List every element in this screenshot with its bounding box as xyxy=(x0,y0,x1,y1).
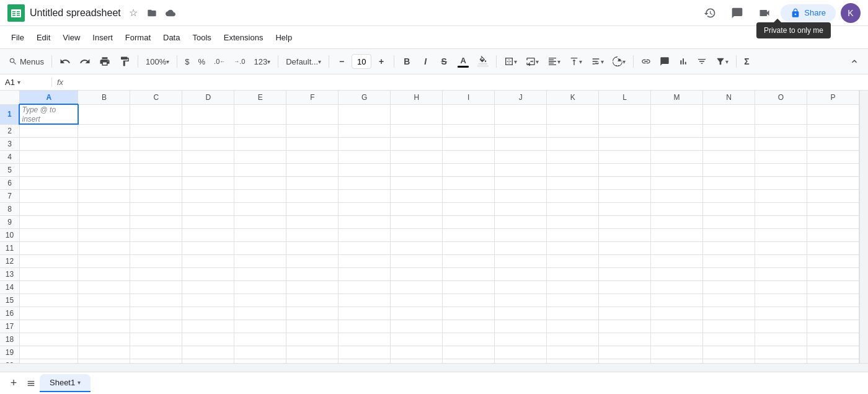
cell-P1[interactable] xyxy=(807,104,859,124)
cell-B16[interactable] xyxy=(78,307,130,320)
cell-N3[interactable] xyxy=(703,137,755,150)
menu-tools[interactable]: Tools xyxy=(186,30,217,45)
cell-J15[interactable] xyxy=(495,293,547,307)
redo-button[interactable] xyxy=(76,53,94,70)
cell-G5[interactable] xyxy=(339,163,391,176)
cell-F4[interactable] xyxy=(286,150,339,163)
cell-D13[interactable] xyxy=(182,267,234,280)
cell-C7[interactable] xyxy=(130,189,182,202)
cell-O8[interactable] xyxy=(755,202,807,215)
col-header-E[interactable]: E xyxy=(234,91,286,104)
cell-I6[interactable] xyxy=(443,176,495,189)
cell-D2[interactable] xyxy=(182,124,234,137)
cell-G12[interactable] xyxy=(339,254,391,267)
cell-G15[interactable] xyxy=(339,293,391,307)
cell-O18[interactable] xyxy=(755,333,807,346)
cell-P18[interactable] xyxy=(807,333,859,346)
cell-L10[interactable] xyxy=(599,228,651,241)
cell-H13[interactable] xyxy=(391,267,443,280)
link-button[interactable] xyxy=(637,53,655,70)
cell-E8[interactable] xyxy=(234,202,286,215)
cell-J16[interactable] xyxy=(495,307,547,320)
cell-G7[interactable] xyxy=(339,189,391,202)
cell-A14[interactable] xyxy=(19,280,78,293)
add-sheet-button[interactable]: + xyxy=(5,375,22,392)
cell-N13[interactable] xyxy=(703,267,755,280)
cell-O7[interactable] xyxy=(755,189,807,202)
cell-A2[interactable] xyxy=(19,124,78,137)
cell-O2[interactable] xyxy=(755,124,807,137)
cell-D5[interactable] xyxy=(182,163,234,176)
cell-C10[interactable] xyxy=(130,228,182,241)
undo-button[interactable] xyxy=(56,53,74,70)
cell-G20[interactable] xyxy=(339,359,391,363)
cell-G14[interactable] xyxy=(339,280,391,293)
cell-E2[interactable] xyxy=(234,124,286,137)
cell-B8[interactable] xyxy=(78,202,130,215)
print-button[interactable] xyxy=(95,53,114,70)
cell-L19[interactable] xyxy=(599,346,651,359)
cell-B4[interactable] xyxy=(78,150,130,163)
cell-D17[interactable] xyxy=(182,320,234,333)
cell-H2[interactable] xyxy=(391,124,443,137)
cell-F11[interactable] xyxy=(286,241,339,254)
col-header-H[interactable]: H xyxy=(391,91,443,104)
cell-G19[interactable] xyxy=(339,346,391,359)
history-icon[interactable] xyxy=(699,2,721,24)
cell-F6[interactable] xyxy=(286,176,339,189)
cell-G3[interactable] xyxy=(339,137,391,150)
borders-button[interactable]: ▾ xyxy=(500,53,521,70)
cell-C16[interactable] xyxy=(130,307,182,320)
cell-reference[interactable]: A1 ▾ xyxy=(2,78,52,87)
merge-button[interactable]: ▾ xyxy=(522,53,542,70)
cell-I15[interactable] xyxy=(443,293,495,307)
bold-button[interactable]: B xyxy=(398,53,415,70)
cell-N11[interactable] xyxy=(703,241,755,254)
cell-J1[interactable] xyxy=(495,104,547,124)
cell-C18[interactable] xyxy=(130,333,182,346)
cell-F18[interactable] xyxy=(286,333,339,346)
cell-O10[interactable] xyxy=(755,228,807,241)
cell-F8[interactable] xyxy=(286,202,339,215)
col-header-B[interactable]: B xyxy=(78,91,130,104)
cell-H16[interactable] xyxy=(391,307,443,320)
cell-G2[interactable] xyxy=(339,124,391,137)
cell-K5[interactable] xyxy=(547,163,599,176)
cell-A1[interactable]: Type @ to insert xyxy=(19,104,78,124)
cell-C5[interactable] xyxy=(130,163,182,176)
cell-B17[interactable] xyxy=(78,320,130,333)
cell-B7[interactable] xyxy=(78,189,130,202)
cell-J18[interactable] xyxy=(495,333,547,346)
cell-A16[interactable] xyxy=(19,307,78,320)
move-icon[interactable] xyxy=(144,6,159,20)
cell-L1[interactable] xyxy=(599,104,651,124)
cell-O13[interactable] xyxy=(755,267,807,280)
menu-extensions[interactable]: Extensions xyxy=(218,30,270,45)
cell-D11[interactable] xyxy=(182,241,234,254)
cell-G4[interactable] xyxy=(339,150,391,163)
cell-L5[interactable] xyxy=(599,163,651,176)
cell-M5[interactable] xyxy=(651,163,703,176)
cell-O5[interactable] xyxy=(755,163,807,176)
cell-I19[interactable] xyxy=(443,346,495,359)
cell-L4[interactable] xyxy=(599,150,651,163)
cell-N4[interactable] xyxy=(703,150,755,163)
font-color-button[interactable]: A xyxy=(454,53,472,70)
cell-G1[interactable] xyxy=(339,104,391,124)
cell-P13[interactable] xyxy=(807,267,859,280)
cell-L20[interactable] xyxy=(599,359,651,363)
cell-A3[interactable] xyxy=(19,137,78,150)
cell-J10[interactable] xyxy=(495,228,547,241)
cell-C11[interactable] xyxy=(130,241,182,254)
cell-G17[interactable] xyxy=(339,320,391,333)
col-header-D[interactable]: D xyxy=(182,91,234,104)
cell-C1[interactable] xyxy=(130,104,182,124)
cell-K1[interactable] xyxy=(547,104,599,124)
cell-P9[interactable] xyxy=(807,215,859,228)
horizontal-scrollbar[interactable] xyxy=(0,363,868,372)
cell-F5[interactable] xyxy=(286,163,339,176)
cell-E3[interactable] xyxy=(234,137,286,150)
cell-L14[interactable] xyxy=(599,280,651,293)
cell-G11[interactable] xyxy=(339,241,391,254)
cell-M15[interactable] xyxy=(651,293,703,307)
